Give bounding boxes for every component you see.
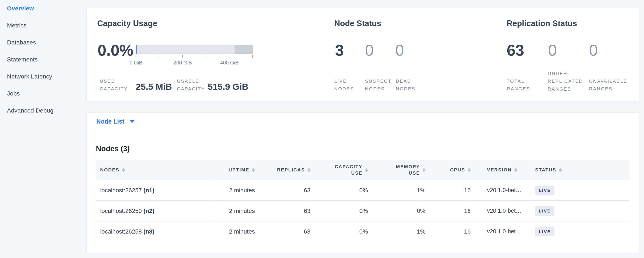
node-list-dropdown-label[interactable]: Node List [96, 118, 124, 125]
column-header-uptime[interactable]: UPTIME [210, 167, 255, 173]
under-replicated-label-line1: UNDER- [548, 70, 583, 77]
node-address-cell[interactable]: localhost:26258 (n3) [96, 228, 210, 235]
memory-use-cell: 1% [368, 228, 426, 235]
uptime-cell: 2 minutes [210, 208, 255, 214]
node-address[interactable]: localhost:26258 [100, 228, 142, 235]
status-badge: LIVE [535, 227, 554, 236]
status-cell: LIVE [534, 206, 630, 216]
axis-tick [159, 55, 159, 58]
chevron-down-icon [130, 120, 134, 123]
sort-icon[interactable] [308, 168, 310, 172]
table-row: localhost:26259 (n2) 2 minutes 63 0% 0% … [96, 201, 630, 221]
capacity-bar-reserved-segment [235, 45, 253, 54]
status-cell: LIVE [534, 186, 630, 195]
under-replicated-label-line3: RANGES [548, 85, 583, 93]
sidebar-item-databases[interactable]: Databases [0, 34, 86, 51]
node-name: (n2) [144, 208, 154, 214]
column-header-status[interactable]: STATUS [534, 167, 630, 173]
total-ranges-label-line1: TOTAL [507, 77, 530, 85]
column-header-replicas-label: REPLICAS [277, 167, 305, 173]
table-row: localhost:26258 (n3) 2 minutes 63 0% 1% … [96, 221, 630, 242]
total-ranges-label: TOTAL RANGES [507, 77, 530, 93]
unavailable-ranges-count: 0 [589, 43, 598, 58]
cpus-cell: 16 [426, 208, 471, 214]
capacity-usage-bar [136, 45, 253, 54]
under-replicated-ranges-label: UNDER- REPLICATED RANGES [548, 70, 583, 93]
used-capacity-label: USED CAPACITY [100, 77, 128, 93]
column-header-nodes[interactable]: NODES [96, 167, 210, 173]
node-address-cell[interactable]: localhost:26259 (n2) [96, 208, 210, 214]
node-address[interactable]: localhost:26259 [100, 208, 142, 214]
nodes-table: NODES UPTIME REPLICAS CAPACITY USE MEMOR… [96, 160, 630, 242]
sort-icon[interactable] [122, 168, 125, 172]
capacity-use-cell: 0% [310, 187, 368, 194]
dead-nodes-count: 0 [395, 43, 404, 58]
total-ranges-count: 63 [507, 43, 524, 58]
status-badge: LIVE [535, 186, 554, 195]
axis-tick [182, 55, 183, 58]
node-list-dropdown[interactable]: Node List [96, 118, 134, 125]
column-header-version[interactable]: VERSION [471, 167, 534, 173]
uptime-cell: 2 minutes [210, 187, 255, 194]
column-header-cpus[interactable]: CPUS [426, 167, 471, 173]
status-badge: LIVE [535, 206, 554, 216]
nodes-heading: Nodes (3) [96, 145, 130, 153]
column-header-status-label: STATUS [535, 167, 556, 173]
sort-icon[interactable] [559, 168, 562, 172]
card-divider [86, 132, 639, 132]
axis-label-200gib: 200 GiB [174, 60, 192, 66]
live-nodes-label-line1: LIVE [334, 77, 354, 85]
dead-nodes-label-line2: NODES [396, 85, 416, 93]
nodes-table-header: NODES UPTIME REPLICAS CAPACITY USE MEMOR… [96, 160, 630, 180]
column-header-memory-use[interactable]: MEMORY USE [368, 164, 426, 176]
column-header-capacity-use[interactable]: CAPACITY USE [310, 164, 368, 176]
cpus-cell: 16 [426, 228, 471, 235]
axis-tick [229, 55, 230, 58]
sidebar-item-network-latency[interactable]: Network Latency [0, 68, 86, 85]
sort-icon[interactable] [422, 168, 426, 172]
dead-nodes-label-line1: DEAD [396, 77, 416, 85]
usable-capacity-label: USABLE CAPACITY [177, 77, 205, 93]
node-address[interactable]: localhost:26257 [100, 187, 142, 194]
node-name: (n1) [144, 187, 154, 194]
unavailable-ranges-label-line1: UNAVAILABLE [589, 77, 627, 85]
sidebar-item-statements[interactable]: Statements [0, 51, 86, 68]
replicas-cell: 63 [255, 187, 310, 194]
live-nodes-label: LIVE NODES [334, 77, 354, 93]
axis-label-0gib: 0 GiB [130, 60, 142, 66]
node-address-cell[interactable]: localhost:26257 (n1) [96, 187, 210, 194]
axis-tick [206, 55, 206, 58]
replicas-cell: 63 [255, 208, 310, 214]
capacity-bar-used-segment [136, 45, 137, 54]
under-replicated-ranges-count: 0 [548, 43, 557, 58]
capacity-use-cell: 0% [310, 228, 368, 235]
sort-icon[interactable] [365, 168, 368, 172]
capacity-use-cell: 0% [310, 208, 368, 214]
uptime-cell: 2 minutes [210, 228, 255, 235]
suspect-nodes-label: SUSPECT NODES [365, 77, 392, 93]
column-header-nodes-label: NODES [100, 167, 120, 173]
suspect-nodes-count: 0 [365, 43, 374, 58]
unavailable-ranges-label: UNAVAILABLE RANGES [589, 77, 627, 93]
sidebar-item-jobs[interactable]: Jobs [0, 85, 86, 102]
column-header-uptime-label: UPTIME [228, 167, 249, 173]
column-header-cpus-label: CPUS [450, 167, 465, 173]
version-cell: v20.1.0-bet… [471, 187, 534, 194]
sort-icon[interactable] [468, 168, 471, 172]
memory-use-cell: 0% [368, 208, 426, 214]
column-header-replicas[interactable]: REPLICAS [255, 167, 310, 173]
sidebar-item-metrics[interactable]: Metrics [0, 17, 86, 34]
version-cell: v20.1.0-bet… [471, 228, 534, 235]
sidebar-item-advanced-debug[interactable]: Advanced Debug [0, 102, 86, 119]
under-replicated-label-line2: REPLICATED [548, 77, 583, 85]
unavailable-ranges-label-line2: RANGES [589, 85, 627, 93]
capacity-usage-title: Capacity Usage [97, 19, 157, 28]
node-list-card: Node List Nodes (3) NODES UPTIME REPLICA… [86, 112, 639, 253]
live-nodes-count: 3 [335, 43, 344, 58]
sort-icon[interactable] [252, 168, 255, 172]
status-cell: LIVE [534, 227, 630, 236]
sidebar-item-overview[interactable]: Overview [0, 0, 86, 17]
live-nodes-label-line2: NODES [334, 85, 354, 93]
axis-label-400gib: 400 GiB [220, 60, 239, 66]
sort-icon[interactable] [514, 168, 517, 172]
